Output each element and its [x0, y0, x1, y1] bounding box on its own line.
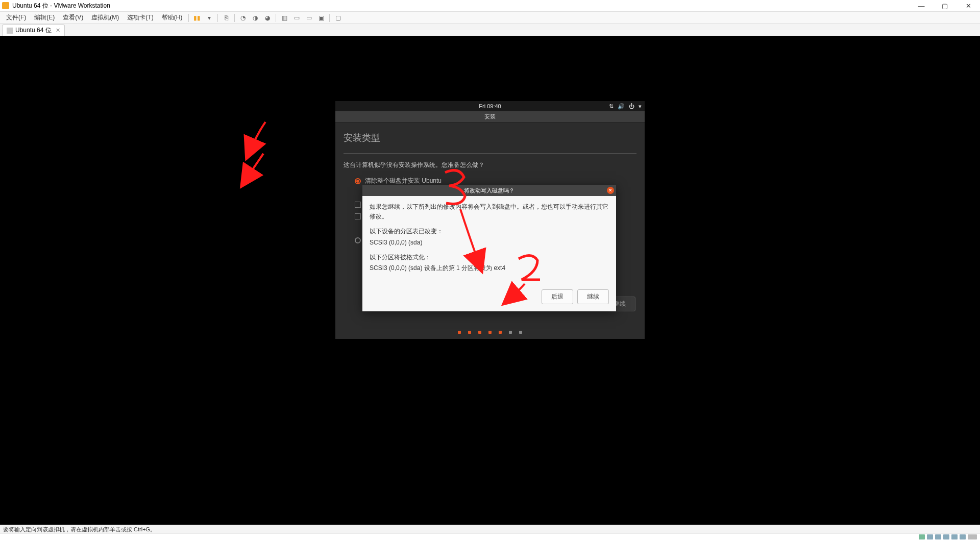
tray-bar — [0, 533, 980, 540]
checkbox-icon[interactable] — [355, 202, 361, 208]
tab-vm-icon — [7, 28, 13, 34]
menubar: 文件(F) 编辑(E) 查看(V) 虚拟机(M) 选项卡(T) 帮助(H) ▮▮… — [0, 12, 980, 24]
dialog-text-format-heading: 以下分区将被格式化： — [370, 253, 609, 262]
volume-icon[interactable]: 🔊 — [618, 103, 625, 110]
option-erase-disk[interactable]: 清除整个磁盘并安装 Ubuntu — [355, 177, 636, 185]
tab-close-icon[interactable]: ✕ — [56, 27, 60, 34]
dot — [519, 331, 522, 334]
layout-icon-3[interactable]: ▭ — [304, 13, 313, 22]
tool-icon-2[interactable]: ◑ — [251, 13, 260, 22]
vmware-icon — [2, 2, 9, 9]
tray-icon[interactable] — [919, 534, 925, 539]
clock-label: Fri 09:40 — [479, 103, 501, 109]
tabbar: Ubuntu 64 位 ✕ — [0, 24, 980, 36]
layout-icon-1[interactable]: ▥ — [280, 13, 289, 22]
tool-icon-1[interactable]: ◔ — [238, 13, 248, 22]
network-icon[interactable]: ⇅ — [609, 103, 614, 110]
dot-active — [509, 331, 512, 334]
tray-icon[interactable] — [927, 534, 933, 539]
dot — [458, 331, 461, 334]
separator — [276, 14, 276, 22]
layout-icon-2[interactable]: ▭ — [292, 13, 301, 22]
progress-dots — [335, 331, 645, 334]
separator — [329, 14, 330, 22]
dot — [468, 331, 471, 334]
installer-prompt: 这台计算机似乎没有安装操作系统。您准备怎么做？ — [344, 161, 636, 169]
installer-window-title: 安装 — [335, 111, 645, 122]
menu-file[interactable]: 文件(F) — [2, 13, 30, 22]
divider — [344, 153, 636, 154]
power-icon[interactable]: ⏻ — [629, 103, 634, 109]
window-close[interactable]: ✕ — [957, 0, 980, 12]
installer-heading: 安装类型 — [344, 132, 636, 144]
status-text: 要将输入定向到该虚拟机，请在虚拟机内部单击或按 Ctrl+G。 — [3, 526, 156, 533]
tab-label: Ubuntu 64 位 — [15, 26, 52, 35]
window-title: Ubuntu 64 位 - VMware Workstation — [12, 2, 110, 10]
vm-viewport[interactable]: Fri 09:40 ⇅ 🔊 ⏻ ▾ 安装 安装类型 这台计算机似乎没有安装操作系… — [0, 36, 980, 525]
chevron-down-icon[interactable]: ▾ — [639, 103, 642, 110]
fullscreen-icon[interactable]: ▢ — [333, 13, 342, 22]
dialog-text-devices-heading: 以下设备的分区表已改变： — [370, 227, 609, 236]
dialog-button-row: 后退 继续 — [362, 284, 616, 311]
tool-icon-3[interactable]: ◕ — [263, 13, 272, 22]
separator — [188, 14, 189, 22]
statusbar: 要将输入定向到该虚拟机，请在虚拟机内部单击或按 Ctrl+G。 — [0, 525, 980, 533]
tray-icon[interactable] — [943, 534, 949, 539]
dot — [499, 331, 502, 334]
menu-help[interactable]: 帮助(H) — [158, 13, 187, 22]
tray-icon[interactable] — [968, 534, 977, 539]
snapshot-icon[interactable]: ⎘ — [222, 13, 231, 22]
menu-vm[interactable]: 虚拟机(M) — [87, 13, 123, 22]
dialog-close-icon[interactable]: ✕ — [607, 187, 614, 194]
radio-icon[interactable] — [355, 178, 361, 184]
separator — [234, 14, 235, 22]
dot — [478, 331, 481, 334]
installer-window-title-text: 安装 — [484, 113, 496, 120]
pause-icon[interactable]: ▮▮ — [192, 13, 202, 22]
separator — [217, 14, 218, 22]
tray-icon[interactable] — [960, 534, 966, 539]
dot — [488, 331, 492, 334]
checkbox-icon[interactable] — [355, 213, 361, 219]
option-erase-label: 清除整个磁盘并安装 Ubuntu — [365, 177, 442, 185]
tray-icon[interactable] — [951, 534, 958, 539]
dialog-title: 将改动写入磁盘吗？ — [464, 187, 514, 194]
dialog-continue-button[interactable]: 继续 — [577, 289, 609, 304]
window-titlebar: Ubuntu 64 位 - VMware Workstation — ▢ ✕ — [0, 0, 980, 12]
dialog-back-button[interactable]: 后退 — [542, 289, 573, 304]
menu-tabs[interactable]: 选项卡(T) — [123, 13, 157, 22]
tab-ubuntu[interactable]: Ubuntu 64 位 ✕ — [2, 24, 65, 36]
dropdown-icon[interactable]: ▾ — [205, 13, 214, 22]
window-maximize[interactable]: ▢ — [933, 0, 957, 12]
menu-view[interactable]: 查看(V) — [59, 13, 87, 22]
window-minimize[interactable]: — — [910, 0, 933, 12]
dialog-text-intro: 如果您继续，以下所列出的修改内容将会写入到磁盘中。或者，您也可以手动来进行其它修… — [370, 202, 609, 222]
dialog-body: 如果您继续，以下所列出的修改内容将会写入到磁盘中。或者，您也可以手动来进行其它修… — [362, 196, 616, 284]
radio-icon[interactable] — [355, 237, 361, 243]
guest-screen[interactable]: Fri 09:40 ⇅ 🔊 ⏻ ▾ 安装 安装类型 这台计算机似乎没有安装操作系… — [335, 101, 645, 339]
ubuntu-topbar: Fri 09:40 ⇅ 🔊 ⏻ ▾ — [335, 101, 645, 111]
dialog-titlebar[interactable]: 将改动写入磁盘吗？ ✕ — [362, 185, 616, 196]
dialog-text-device: SCSI3 (0,0,0) (sda) — [370, 238, 609, 248]
dialog-text-partition: SCSI3 (0,0,0) (sda) 设备上的第 1 分区将设为 ext4 — [370, 263, 609, 273]
layout-icon-4[interactable]: ▣ — [316, 13, 326, 22]
tray-icon[interactable] — [935, 534, 941, 539]
menu-edit[interactable]: 编辑(E) — [30, 13, 59, 22]
write-changes-dialog: 将改动写入磁盘吗？ ✕ 如果您继续，以下所列出的修改内容将会写入到磁盘中。或者，… — [362, 185, 616, 311]
